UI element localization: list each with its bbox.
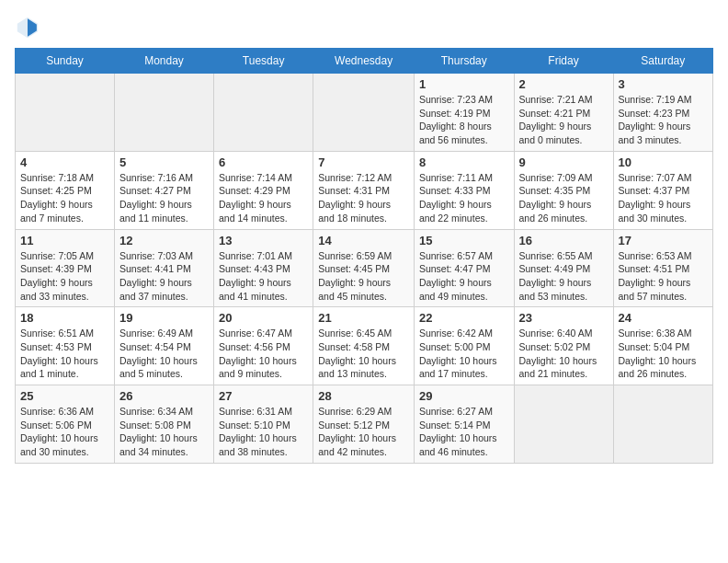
day-info: Sunrise: 7:01 AMSunset: 4:43 PMDaylight:… (219, 249, 308, 304)
day-number: 18 (20, 311, 109, 325)
day-info: Sunrise: 6:31 AMSunset: 5:10 PMDaylight:… (219, 405, 308, 459)
calendar-day (214, 74, 313, 152)
day-info: Sunrise: 6:42 AMSunset: 5:00 PMDaylight:… (419, 327, 509, 381)
day-number: 3 (619, 77, 708, 91)
day-number: 16 (519, 234, 609, 247)
day-info: Sunrise: 7:16 AMSunset: 4:27 PMDaylight:… (119, 171, 209, 225)
header (15, 15, 713, 40)
day-info: Sunrise: 7:14 AMSunset: 4:29 PMDaylight:… (219, 171, 308, 225)
col-monday: Monday (115, 49, 214, 74)
calendar-day: 14Sunrise: 6:59 AMSunset: 4:45 PMDayligh… (313, 229, 415, 307)
calendar-day: 1Sunrise: 7:23 AMSunset: 4:19 PMDaylight… (414, 74, 514, 152)
day-number: 24 (619, 311, 708, 325)
day-number: 20 (219, 311, 308, 325)
calendar-day: 20Sunrise: 6:47 AMSunset: 4:56 PMDayligh… (214, 307, 313, 385)
day-number: 5 (119, 155, 209, 169)
col-wednesday: Wednesday (313, 49, 415, 74)
calendar-day: 26Sunrise: 6:34 AMSunset: 5:08 PMDayligh… (115, 385, 214, 464)
day-number: 12 (119, 234, 209, 247)
calendar-table: Sunday Monday Tuesday Wednesday Thursday… (15, 48, 713, 464)
header-row: Sunday Monday Tuesday Wednesday Thursday… (16, 49, 713, 74)
calendar-day: 27Sunrise: 6:31 AMSunset: 5:10 PMDayligh… (214, 385, 313, 464)
day-number: 26 (119, 389, 209, 403)
day-number: 8 (419, 155, 509, 169)
calendar-day: 15Sunrise: 6:57 AMSunset: 4:47 PMDayligh… (414, 229, 514, 307)
calendar-day: 17Sunrise: 6:53 AMSunset: 4:51 PMDayligh… (613, 229, 712, 307)
calendar-day: 3Sunrise: 7:19 AMSunset: 4:23 PMDaylight… (613, 74, 712, 152)
calendar-day: 28Sunrise: 6:29 AMSunset: 5:12 PMDayligh… (313, 385, 415, 464)
calendar-day: 6Sunrise: 7:14 AMSunset: 4:29 PMDaylight… (214, 151, 313, 229)
day-info: Sunrise: 7:19 AMSunset: 4:23 PMDaylight:… (619, 93, 708, 147)
calendar-week-1: 4Sunrise: 7:18 AMSunset: 4:25 PMDaylight… (16, 151, 713, 229)
calendar-day: 9Sunrise: 7:09 AMSunset: 4:35 PMDaylight… (514, 151, 613, 229)
day-number: 22 (419, 311, 509, 325)
logo (15, 15, 44, 40)
calendar-day: 5Sunrise: 7:16 AMSunset: 4:27 PMDaylight… (115, 151, 214, 229)
calendar-day: 29Sunrise: 6:27 AMSunset: 5:14 PMDayligh… (414, 385, 514, 464)
day-info: Sunrise: 7:07 AMSunset: 4:37 PMDaylight:… (619, 171, 708, 225)
col-friday: Friday (514, 49, 613, 74)
calendar-day (514, 385, 613, 464)
day-number: 1 (419, 77, 509, 91)
day-number: 4 (20, 155, 109, 169)
day-number: 14 (318, 234, 409, 247)
calendar-day: 7Sunrise: 7:12 AMSunset: 4:31 PMDaylight… (313, 151, 415, 229)
col-sunday: Sunday (16, 49, 115, 74)
day-info: Sunrise: 6:55 AMSunset: 4:49 PMDaylight:… (519, 249, 609, 304)
day-number: 7 (318, 155, 409, 169)
calendar-week-4: 25Sunrise: 6:36 AMSunset: 5:06 PMDayligh… (16, 385, 713, 464)
day-info: Sunrise: 6:49 AMSunset: 4:54 PMDaylight:… (119, 327, 209, 381)
day-info: Sunrise: 7:05 AMSunset: 4:39 PMDaylight:… (20, 249, 109, 304)
col-thursday: Thursday (414, 49, 514, 74)
calendar-day: 13Sunrise: 7:01 AMSunset: 4:43 PMDayligh… (214, 229, 313, 307)
logo-icon (15, 15, 40, 40)
day-number: 28 (318, 389, 409, 403)
day-number: 11 (20, 234, 109, 247)
calendar-day (313, 74, 415, 152)
calendar-day: 4Sunrise: 7:18 AMSunset: 4:25 PMDaylight… (16, 151, 115, 229)
day-info: Sunrise: 6:40 AMSunset: 5:02 PMDaylight:… (519, 327, 609, 381)
day-info: Sunrise: 6:53 AMSunset: 4:51 PMDaylight:… (619, 249, 708, 304)
calendar-day: 16Sunrise: 6:55 AMSunset: 4:49 PMDayligh… (514, 229, 613, 307)
day-info: Sunrise: 6:34 AMSunset: 5:08 PMDaylight:… (119, 405, 209, 459)
day-number: 23 (519, 311, 609, 325)
day-info: Sunrise: 6:47 AMSunset: 4:56 PMDaylight:… (219, 327, 308, 381)
calendar-header: Sunday Monday Tuesday Wednesday Thursday… (16, 49, 713, 74)
day-number: 6 (219, 155, 308, 169)
calendar-day: 10Sunrise: 7:07 AMSunset: 4:37 PMDayligh… (613, 151, 712, 229)
calendar-day (115, 74, 214, 152)
calendar-day (613, 385, 712, 464)
calendar-day: 18Sunrise: 6:51 AMSunset: 4:53 PMDayligh… (16, 307, 115, 385)
calendar-day: 2Sunrise: 7:21 AMSunset: 4:21 PMDaylight… (514, 74, 613, 152)
day-info: Sunrise: 6:45 AMSunset: 4:58 PMDaylight:… (318, 327, 409, 381)
day-number: 15 (419, 234, 509, 247)
day-number: 27 (219, 389, 308, 403)
day-info: Sunrise: 7:18 AMSunset: 4:25 PMDaylight:… (20, 171, 109, 225)
day-info: Sunrise: 6:36 AMSunset: 5:06 PMDaylight:… (20, 405, 109, 459)
calendar-day: 22Sunrise: 6:42 AMSunset: 5:00 PMDayligh… (414, 307, 514, 385)
calendar-day (16, 74, 115, 152)
calendar-day: 23Sunrise: 6:40 AMSunset: 5:02 PMDayligh… (514, 307, 613, 385)
day-number: 29 (419, 389, 509, 403)
day-info: Sunrise: 7:23 AMSunset: 4:19 PMDaylight:… (419, 93, 509, 147)
calendar-day: 19Sunrise: 6:49 AMSunset: 4:54 PMDayligh… (115, 307, 214, 385)
calendar-week-3: 18Sunrise: 6:51 AMSunset: 4:53 PMDayligh… (16, 307, 713, 385)
calendar-week-2: 11Sunrise: 7:05 AMSunset: 4:39 PMDayligh… (16, 229, 713, 307)
day-info: Sunrise: 6:29 AMSunset: 5:12 PMDaylight:… (318, 405, 409, 459)
day-number: 17 (619, 234, 708, 247)
calendar-day: 24Sunrise: 6:38 AMSunset: 5:04 PMDayligh… (613, 307, 712, 385)
day-info: Sunrise: 7:11 AMSunset: 4:33 PMDaylight:… (419, 171, 509, 225)
day-info: Sunrise: 7:21 AMSunset: 4:21 PMDaylight:… (519, 93, 609, 147)
col-saturday: Saturday (613, 49, 712, 74)
day-number: 2 (519, 77, 609, 91)
calendar-day: 25Sunrise: 6:36 AMSunset: 5:06 PMDayligh… (16, 385, 115, 464)
day-number: 19 (119, 311, 209, 325)
day-info: Sunrise: 7:12 AMSunset: 4:31 PMDaylight:… (318, 171, 409, 225)
day-number: 25 (20, 389, 109, 403)
day-info: Sunrise: 6:51 AMSunset: 4:53 PMDaylight:… (20, 327, 109, 381)
day-info: Sunrise: 6:38 AMSunset: 5:04 PMDaylight:… (619, 327, 708, 381)
calendar-day: 11Sunrise: 7:05 AMSunset: 4:39 PMDayligh… (16, 229, 115, 307)
page-container: Sunday Monday Tuesday Wednesday Thursday… (0, 0, 728, 471)
calendar-day: 8Sunrise: 7:11 AMSunset: 4:33 PMDaylight… (414, 151, 514, 229)
day-info: Sunrise: 6:27 AMSunset: 5:14 PMDaylight:… (419, 405, 509, 459)
